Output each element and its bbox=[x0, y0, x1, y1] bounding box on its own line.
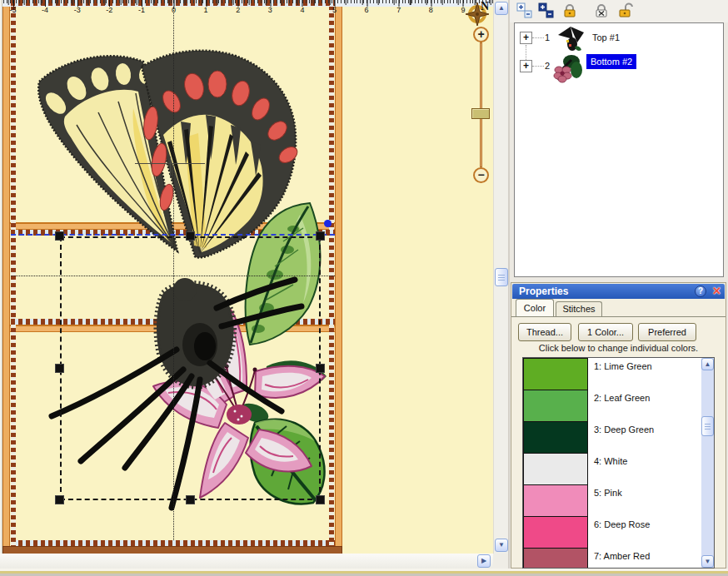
color-row-7[interactable]: 7: Amber Red bbox=[523, 548, 703, 569]
color-list[interactable]: 1: Lime Green 2: Leaf Green 3: Deep Gree… bbox=[522, 357, 715, 569]
scroll-down-button[interactable]: ▼ bbox=[495, 539, 508, 552]
selection-handle-nw[interactable] bbox=[55, 231, 64, 241]
expand-layer-2-button[interactable]: + bbox=[520, 60, 532, 72]
canvas-vscrollbar[interactable]: ▲ ▼ bbox=[493, 0, 508, 554]
object-center-marker-v bbox=[170, 156, 171, 178]
thread-button[interactable]: Thread... bbox=[518, 323, 571, 341]
zoom-out-button[interactable]: − bbox=[473, 167, 489, 183]
list-scroll-down-button[interactable]: ▼ bbox=[701, 555, 714, 568]
selection-handle-n[interactable] bbox=[186, 231, 195, 241]
zoom-slider-track bbox=[480, 42, 482, 167]
expand-layer-1-button[interactable]: + bbox=[520, 32, 532, 44]
selection-handle-w[interactable] bbox=[55, 364, 64, 373]
layer-2-thumbnail[interactable] bbox=[551, 52, 585, 83]
color-row-2[interactable]: 2: Leaf Green bbox=[523, 390, 703, 422]
color-list-scrollbar[interactable]: ▲ ▼ bbox=[701, 358, 714, 568]
color-swatch-5[interactable] bbox=[523, 484, 588, 517]
tab-color[interactable]: Color bbox=[516, 299, 554, 316]
color-swatch-4[interactable] bbox=[523, 453, 588, 485]
layers-toolbar bbox=[510, 0, 728, 22]
color-swatch-3[interactable] bbox=[523, 421, 588, 454]
compass-north-label: N bbox=[481, 0, 489, 13]
color-label-5: 5: Pink bbox=[594, 488, 622, 498]
color-swatch-6[interactable] bbox=[523, 516, 588, 549]
tab-stitches[interactable]: Stitches bbox=[556, 301, 602, 316]
select-plus-icon[interactable] bbox=[516, 2, 533, 19]
selection-handle-se[interactable] bbox=[316, 495, 325, 504]
layer-2-number: 2 bbox=[545, 61, 550, 71]
selection-handle-sw[interactable] bbox=[55, 495, 64, 504]
color-row-4[interactable]: 4: White bbox=[523, 453, 703, 485]
color-row-5[interactable]: 5: Pink bbox=[523, 484, 703, 517]
rotation-point[interactable] bbox=[324, 220, 332, 227]
preferred-button[interactable]: Preferred bbox=[638, 323, 696, 341]
tree-line bbox=[532, 37, 544, 38]
list-scroll-thumb[interactable] bbox=[701, 416, 714, 436]
color-label-3: 3: Deep Green bbox=[594, 425, 654, 434]
design-canvas[interactable]: -5-4-3-2-10123456789 bbox=[0, 0, 493, 554]
scroll-up-button[interactable]: ▲ bbox=[495, 2, 508, 15]
selection-marquee[interactable] bbox=[60, 236, 321, 500]
tree-line bbox=[526, 45, 526, 60]
list-scroll-up-button[interactable]: ▲ bbox=[701, 358, 714, 370]
lock-open-icon[interactable] bbox=[618, 2, 635, 19]
properties-title: Properties bbox=[519, 286, 568, 297]
color-label-1: 1: Lime Green bbox=[594, 361, 652, 371]
properties-titlebar[interactable]: Properties ? ✕ bbox=[512, 284, 725, 299]
lock-x-icon[interactable] bbox=[593, 2, 610, 19]
layers-list[interactable]: + 1 Top #1 + 2 bbox=[514, 22, 724, 277]
color-list-caption: Click below to change individual colors. bbox=[511, 343, 726, 353]
vscroll-thumb[interactable] bbox=[495, 268, 508, 286]
select-minus-icon[interactable] bbox=[538, 2, 555, 19]
color-swatch-7[interactable] bbox=[523, 548, 588, 569]
color-label-2: 2: Leaf Green bbox=[594, 393, 650, 403]
color-label-4: 4: White bbox=[594, 456, 627, 466]
layer-item-top[interactable]: Top #1 bbox=[588, 30, 624, 45]
selection-handle-e[interactable] bbox=[316, 364, 325, 373]
color-label-6: 6: Deep Rose bbox=[594, 519, 650, 529]
scrollbar-corner bbox=[493, 554, 508, 569]
right-panel: + 1 Top #1 + 2 bbox=[510, 0, 728, 576]
color-tab-page: Thread... 1 Color... Preferred Click bel… bbox=[511, 316, 726, 568]
layer-item-bottom[interactable]: Bottom #2 bbox=[586, 54, 636, 69]
color-row-6[interactable]: 6: Deep Rose bbox=[523, 516, 703, 549]
help-icon[interactable]: ? bbox=[695, 286, 706, 297]
layer-1-thumbnail[interactable] bbox=[555, 25, 586, 53]
color-row-3[interactable]: 3: Deep Green bbox=[523, 421, 703, 454]
embroidery-editor-window: -5-4-3-2-10123456789 bbox=[0, 0, 728, 576]
canvas-hscrollbar[interactable]: ▶ bbox=[0, 554, 493, 569]
tree-line bbox=[532, 66, 544, 67]
close-icon[interactable]: ✕ bbox=[712, 285, 721, 297]
zoom-slider-handle[interactable] bbox=[471, 108, 490, 119]
color-row-1[interactable]: 1: Lime Green bbox=[523, 358, 703, 390]
color-swatch-1[interactable] bbox=[523, 358, 588, 390]
color-label-7: 7: Amber Red bbox=[594, 551, 650, 561]
layer-1-number: 1 bbox=[545, 32, 550, 42]
selection-handle-s[interactable] bbox=[186, 495, 195, 504]
properties-panel: Properties ? ✕ Color Stitches Thread... … bbox=[511, 282, 726, 569]
selection-handle-ne[interactable] bbox=[316, 231, 325, 241]
scroll-right-button[interactable]: ▶ bbox=[477, 554, 491, 568]
lock-closed-icon[interactable] bbox=[561, 2, 578, 19]
one-color-button[interactable]: 1 Color... bbox=[578, 323, 633, 341]
color-swatch-2[interactable] bbox=[523, 390, 588, 422]
zoom-in-button[interactable]: + bbox=[473, 27, 489, 42]
